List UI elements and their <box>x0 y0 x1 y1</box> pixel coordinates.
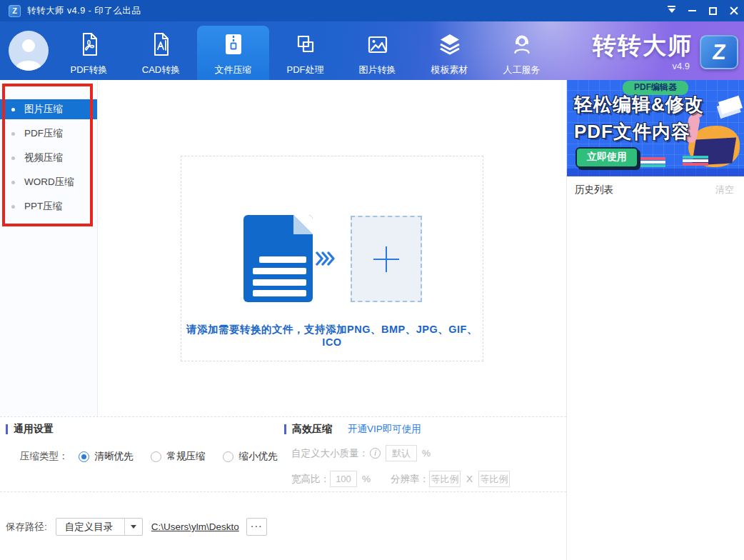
bullet-icon <box>11 156 15 160</box>
radio-normal-compress[interactable]: 常规压缩 <box>151 450 206 463</box>
triple-chevron-icon <box>316 251 336 266</box>
sidebar-item-label: 视频压缩 <box>24 151 63 164</box>
tab-label: 文件压缩 <box>215 64 252 76</box>
brand-logo: 转转大师 v4.9 Z <box>593 21 738 80</box>
vip-settings: 高效压缩 开通VIP即可使用 自定义大小质量： i % 宽高比： % 分辨率： … <box>284 423 510 487</box>
add-file-button[interactable] <box>351 216 422 302</box>
bullet-icon <box>11 108 15 111</box>
directory-select[interactable]: 自定义目录 <box>56 518 143 536</box>
resolution-label: 分辨率： <box>391 473 429 486</box>
title-bar: Z 转转大师 v4.9 - 印了么出品 <box>0 0 744 21</box>
tab-template-assets[interactable]: 模板素材 <box>413 21 486 80</box>
sidebar-item-label: PDF压缩 <box>24 127 63 140</box>
tab-label: 模板素材 <box>431 64 468 76</box>
sidebar-item-word-compress[interactable]: WORD压缩 <box>0 172 97 192</box>
close-icon[interactable] <box>723 0 744 21</box>
general-settings: 通用设置 压缩类型： 清晰优先 常规压缩 缩小优先 <box>6 423 295 463</box>
vip-settings-header: 高效压缩 开通VIP即可使用 <box>284 423 510 436</box>
tab-image-convert[interactable]: 图片转换 <box>341 21 413 80</box>
sidebar-item-pdf-compress[interactable]: PDF压缩 <box>0 124 97 144</box>
save-section: 保存路径: 自定义目录 C:\Users\ylm\Deskto ··· <box>0 491 566 560</box>
save-path-label: 保存路径: <box>6 521 47 534</box>
pdf-editor-ad-banner[interactable]: PDF编辑器 轻松编辑&修改 PDF文件内容 立即使用 <box>567 80 744 176</box>
sidebar-item-label: 图片压缩 <box>24 103 63 116</box>
tab-label: PDF转换 <box>71 64 108 76</box>
app-logo-icon: Z <box>9 5 21 17</box>
dropzone-caption: 请添加需要转换的文件，支持添加PNG、BMP、JPG、GIF、ICO <box>181 323 483 348</box>
quality-input <box>386 445 417 461</box>
sidebar-item-label: PPT压缩 <box>24 200 62 213</box>
maximize-icon[interactable] <box>703 0 723 21</box>
pdf-file-icon <box>76 31 102 57</box>
cad-file-icon <box>149 31 174 57</box>
ad-headline-1: 轻松编辑&修改 <box>574 92 704 117</box>
radio-size-first[interactable]: 缩小优先 <box>223 450 278 463</box>
radio-clarity-first[interactable]: 清晰优先 <box>79 450 134 463</box>
sidebar-item-ppt-compress[interactable]: PPT压缩 <box>0 196 97 216</box>
zip-file-icon <box>221 31 246 57</box>
brand-version: v4.9 <box>593 61 693 71</box>
bullet-icon <box>11 205 15 209</box>
chevron-down-icon <box>124 519 142 535</box>
settings-section: 通用设置 压缩类型： 清晰优先 常规压缩 缩小优先 <box>0 416 566 491</box>
compress-type-label: 压缩类型： <box>20 450 69 463</box>
brand-name: 转转大师 <box>593 30 693 62</box>
save-path-link[interactable]: C:\Users\ylm\Deskto <box>151 521 239 532</box>
headset-person-icon <box>509 31 535 57</box>
tab-cad-convert[interactable]: CAD转换 <box>125 21 197 80</box>
browse-button[interactable]: ··· <box>246 518 267 536</box>
resolution-width-input <box>429 471 461 487</box>
radio-icon <box>151 451 161 462</box>
right-panel: PDF编辑器 轻松编辑&修改 PDF文件内容 立即使用 历史列表 清空 <box>566 80 744 560</box>
avatar-person-icon <box>22 39 35 52</box>
brand-z-badge-icon: Z <box>700 35 738 69</box>
ad-headline-2: PDF文件内容 <box>574 119 690 144</box>
quality-label: 自定义大小质量： <box>291 447 368 460</box>
books-illustration <box>683 156 708 166</box>
main-navbar: PDF转换 CAD转换 文件压缩 <box>0 21 744 80</box>
clear-history-button[interactable]: 清空 <box>715 184 734 196</box>
tab-label: CAD转换 <box>142 64 180 76</box>
open-vip-link[interactable]: 开通VIP即可使用 <box>348 423 421 436</box>
history-header: 历史列表 清空 <box>567 176 744 204</box>
bullet-icon <box>11 181 15 184</box>
tab-pdf-convert[interactable]: PDF转换 <box>53 21 125 80</box>
sidebar: 图片压缩 PDF压缩 视频压缩 WORD压缩 PPT压缩 <box>0 80 98 416</box>
bullet-icon <box>11 132 15 136</box>
app-window: Z 转转大师 v4.9 - 印了么出品 PDF转换 <box>0 0 744 560</box>
history-title: 历史列表 <box>575 184 613 196</box>
use-now-button[interactable]: 立即使用 <box>575 147 638 168</box>
plus-icon <box>373 246 399 272</box>
tab-customer-service[interactable]: 人工服务 <box>486 21 558 80</box>
tab-pdf-process[interactable]: PDF处理 <box>269 21 341 80</box>
file-drop-zone[interactable]: 请添加需要转换的文件，支持添加PNG、BMP、JPG、GIF、ICO <box>181 156 483 361</box>
tab-label: 人工服务 <box>503 64 541 76</box>
window-title: 转转大师 v4.9 - 印了么出品 <box>27 5 141 17</box>
overlapping-squares-icon <box>293 31 318 57</box>
books-illustration <box>640 157 665 168</box>
document-icon <box>243 215 313 302</box>
sidebar-item-video-compress[interactable]: 视频压缩 <box>0 148 97 168</box>
tab-file-compress[interactable]: 文件压缩 <box>197 26 269 80</box>
tab-label: PDF处理 <box>287 64 324 76</box>
main-content: 请添加需要转换的文件，支持添加PNG、BMP、JPG、GIF、ICO <box>98 80 566 416</box>
nav-tabs: PDF转换 CAD转换 文件压缩 <box>53 21 558 80</box>
sidebar-item-label: WORD压缩 <box>24 176 74 189</box>
image-icon <box>365 31 391 57</box>
papers-illustration <box>718 96 743 114</box>
info-icon: i <box>370 448 381 459</box>
general-settings-header: 通用设置 <box>6 423 295 436</box>
ratio-input <box>330 471 357 487</box>
resolution-height-input <box>478 471 510 487</box>
window-controls <box>661 0 744 21</box>
directory-value: 自定义目录 <box>56 521 124 534</box>
radio-icon <box>223 451 233 462</box>
sidebar-item-image-compress[interactable]: 图片压缩 <box>0 99 97 119</box>
radio-icon <box>79 451 89 462</box>
layers-icon <box>437 31 463 57</box>
tab-label: 图片转换 <box>359 64 396 76</box>
avatar[interactable] <box>9 31 49 71</box>
minimize-icon[interactable] <box>682 0 703 21</box>
ratio-label: 宽高比： <box>291 473 330 486</box>
menu-chevron-icon[interactable] <box>661 0 682 21</box>
